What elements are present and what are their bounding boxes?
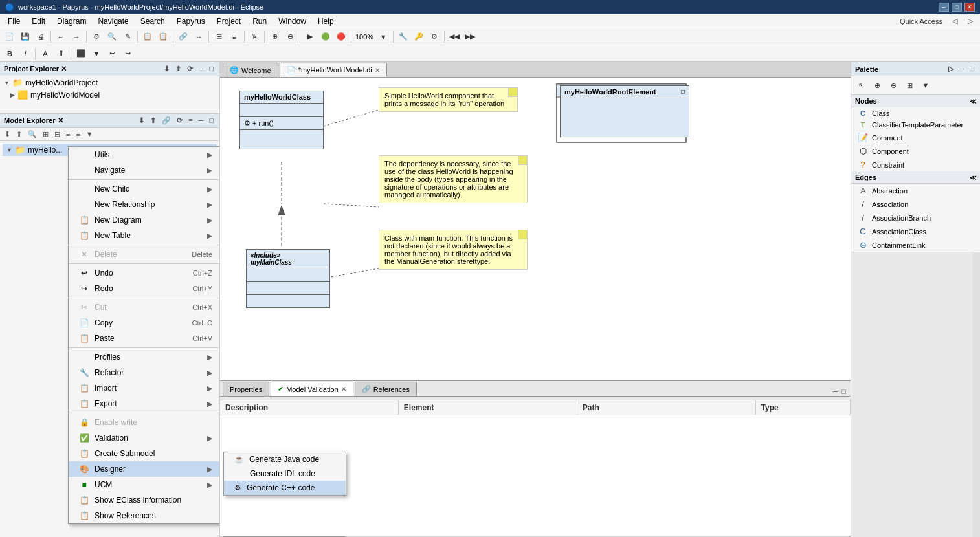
project-item-model[interactable]: ▶ 🟨 myHelloWorldModel bbox=[0, 89, 219, 101]
tb2-font[interactable]: A bbox=[38, 47, 52, 61]
palette-zoom-out[interactable]: ⊖ bbox=[886, 78, 900, 93]
tb-btn15[interactable]: ▶ bbox=[303, 30, 317, 44]
ctx-navigate[interactable]: Navigate ▶ bbox=[69, 162, 219, 178]
tb-btn16[interactable]: 🟢 bbox=[318, 30, 333, 44]
me-tb3[interactable]: 🔍 bbox=[26, 129, 39, 139]
palette-item-constraint[interactable]: ? Constraint bbox=[851, 158, 980, 171]
me-icon2[interactable]: ⬆ bbox=[148, 116, 158, 126]
palette-grid[interactable]: ⊞ bbox=[902, 78, 917, 93]
new-btn[interactable]: 📄 bbox=[3, 30, 17, 44]
tab-model-validation[interactable]: ✔ Model Validation ✕ bbox=[271, 382, 353, 396]
me-tb2[interactable]: ⬆ bbox=[14, 129, 24, 139]
menu-file[interactable]: File bbox=[3, 16, 25, 27]
ctx-refactor[interactable]: 🔧Refactor ▶ bbox=[69, 365, 219, 380]
bottom-max-btn[interactable]: □ bbox=[840, 387, 848, 396]
me-collapse[interactable]: ─ bbox=[197, 116, 206, 126]
me-tb4[interactable]: ⊞ bbox=[41, 129, 50, 139]
me-max[interactable]: □ bbox=[207, 116, 216, 126]
tb-btn10[interactable]: ⊞ bbox=[212, 30, 226, 44]
maximize-button[interactable]: □ bbox=[952, 3, 962, 12]
ctx-designer[interactable]: 🎨Designer ▶ bbox=[69, 461, 219, 477]
menu-navigate[interactable]: Navigate bbox=[93, 16, 133, 27]
menu-help[interactable]: Help bbox=[313, 16, 339, 27]
tb-btn9[interactable]: ↔ bbox=[192, 30, 206, 44]
bottom-min-btn[interactable]: ─ bbox=[831, 387, 840, 396]
me-tb7[interactable]: ≡ bbox=[74, 129, 82, 139]
ctx-utils[interactable]: Utils ▶ bbox=[69, 147, 219, 162]
pe-max[interactable]: □ bbox=[207, 64, 216, 74]
tb-btn17[interactable]: 🔴 bbox=[334, 30, 348, 44]
ctx-redo[interactable]: ↪Redo Ctrl+Y bbox=[69, 281, 219, 296]
pe-icon2[interactable]: ⬆ bbox=[173, 64, 183, 74]
ctx-import[interactable]: 📋Import ▶ bbox=[69, 380, 219, 396]
tb2-italic[interactable]: I bbox=[18, 47, 32, 61]
palette-item-comment[interactable]: 📝 Comment bbox=[851, 131, 980, 144]
pe-sync[interactable]: ⟳ bbox=[185, 64, 195, 74]
me-tb6[interactable]: ≡ bbox=[64, 129, 72, 139]
me-icon1[interactable]: ⬇ bbox=[137, 116, 146, 126]
pe-icon1[interactable]: ⬇ bbox=[162, 64, 172, 74]
ctx-profiles[interactable]: Profiles ▶ bbox=[69, 349, 219, 365]
gen-java-btn[interactable]: ☕ Generate Java code bbox=[224, 452, 346, 466]
tb-btn5[interactable]: ✎ bbox=[120, 30, 135, 44]
palette-item-association[interactable]: / Association bbox=[851, 197, 980, 211]
tb2-font-size[interactable]: ⬆ bbox=[54, 47, 68, 61]
quick-access-btn1[interactable]: ◁ bbox=[948, 14, 962, 28]
menu-search[interactable]: Search bbox=[135, 16, 170, 27]
project-item-root[interactable]: ▼ 📁 myHelloWorldProject bbox=[0, 76, 219, 89]
print-btn[interactable]: 🖨 bbox=[34, 30, 48, 44]
ctx-show-references[interactable]: 📋Show References bbox=[69, 508, 219, 523]
quick-access-btn2[interactable]: ▷ bbox=[963, 14, 977, 28]
tb-btn4[interactable]: 🔍 bbox=[105, 30, 119, 44]
tb-btn19[interactable]: 🔑 bbox=[412, 30, 426, 44]
ctx-new-table[interactable]: 📋New Table ▶ bbox=[69, 228, 219, 243]
palette-item-classifier[interactable]: T ClassifierTemplateParameter bbox=[851, 119, 980, 131]
palette-select[interactable]: ↖ bbox=[854, 78, 868, 93]
palette-zoom-in[interactable]: ⊕ bbox=[870, 78, 884, 93]
menu-diagram[interactable]: Diagram bbox=[52, 16, 91, 27]
palette-max[interactable]: □ bbox=[968, 64, 976, 74]
ctx-show-eclass[interactable]: 📋Show EClass information bbox=[69, 492, 219, 508]
menu-project[interactable]: Project bbox=[212, 16, 246, 27]
tab-class-diagram[interactable]: 📄 *myHelloWorldModel.di ✕ bbox=[280, 63, 387, 77]
tab-validation-close[interactable]: ✕ bbox=[341, 386, 346, 393]
ctx-ucm[interactable]: ■UCM ▶ bbox=[69, 477, 219, 492]
menu-window[interactable]: Window bbox=[273, 16, 311, 27]
palette-expand[interactable]: ▷ bbox=[946, 64, 955, 74]
ctx-cut[interactable]: ✂Cut Ctrl+X bbox=[69, 300, 219, 315]
diagram-area[interactable]: myHelloWorldClass ⚙ + run() «Include»myM… bbox=[220, 78, 851, 380]
pe-collapse[interactable]: ─ bbox=[197, 64, 206, 74]
tb-btn8[interactable]: 🔗 bbox=[176, 30, 190, 44]
me-icon3[interactable]: 🔗 bbox=[160, 116, 173, 126]
palette-min[interactable]: ─ bbox=[957, 64, 966, 74]
ctx-delete[interactable]: ✕Delete Delete bbox=[69, 247, 219, 262]
tb-btn14[interactable]: ⊖ bbox=[283, 30, 297, 44]
palette-settings[interactable]: ▼ bbox=[919, 78, 933, 93]
ctx-enable-write[interactable]: 🔒Enable write bbox=[69, 415, 219, 430]
gen-idl-btn[interactable]: Generate IDL code bbox=[224, 466, 346, 481]
tb-nav-fwd[interactable]: ▶▶ bbox=[463, 30, 477, 44]
palette-item-component[interactable]: ⬡ Component bbox=[851, 144, 980, 158]
ctx-undo[interactable]: ↩Undo Ctrl+Z bbox=[69, 265, 219, 281]
ctx-new-diagram[interactable]: 📋New Diagram ▶ bbox=[69, 212, 219, 228]
palette-item-class[interactable]: C Class bbox=[851, 107, 980, 119]
tb-btn20[interactable]: ⚙ bbox=[427, 30, 441, 44]
tb-btn6[interactable]: 📋 bbox=[140, 30, 155, 44]
save-btn[interactable]: 💾 bbox=[18, 30, 32, 44]
minimize-button[interactable]: ─ bbox=[939, 3, 949, 12]
ctx-paste[interactable]: 📋Paste Ctrl+V bbox=[69, 331, 219, 346]
palette-item-containment[interactable]: ⊕ ContainmentLink bbox=[851, 238, 980, 252]
menu-run[interactable]: Run bbox=[247, 16, 272, 27]
me-tb1[interactable]: ⬇ bbox=[3, 129, 12, 139]
zoom-input[interactable]: 100% bbox=[354, 33, 375, 41]
fwd-btn[interactable]: → bbox=[69, 30, 84, 44]
tb-nav-back[interactable]: ◀◀ bbox=[447, 30, 462, 44]
ctx-new-relationship[interactable]: New Relationship ▶ bbox=[69, 197, 219, 212]
gen-cpp-btn[interactable]: ⚙ Generate C++ code bbox=[224, 481, 346, 495]
tb2-color1[interactable]: ⬛ bbox=[74, 47, 88, 61]
menu-edit[interactable]: Edit bbox=[27, 16, 50, 27]
ctx-create-submodel[interactable]: 📋Create Submodel bbox=[69, 446, 219, 461]
tb2-color2[interactable]: ▼ bbox=[89, 47, 104, 61]
class-root-element[interactable]: myHelloWorldRootElement □ bbox=[560, 85, 689, 137]
tb-btn3[interactable]: ⚙ bbox=[89, 30, 104, 44]
